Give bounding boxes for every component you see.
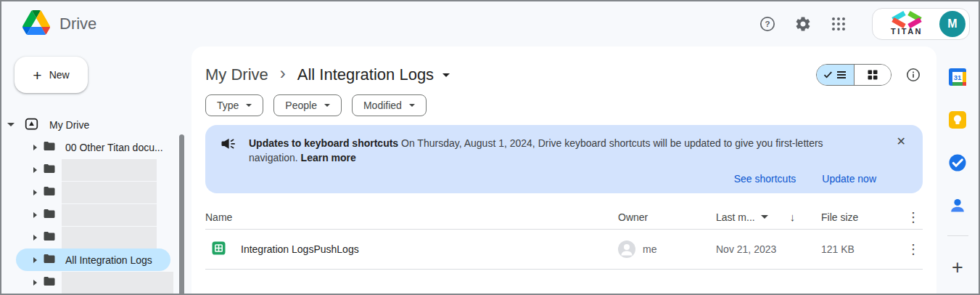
filter-modified[interactable]: Modified: [352, 94, 427, 116]
keyboard-shortcuts-banner: Updates to keyboard shortcuts On Thursda…: [205, 125, 923, 193]
tree-item-folder[interactable]: [1, 226, 192, 248]
tree-item-my-drive[interactable]: My Drive: [1, 113, 192, 136]
filter-people-label: People: [285, 100, 317, 111]
titan-brand-logo: TITAN: [883, 9, 931, 39]
row-options-kebab-icon[interactable]: ⋮: [904, 243, 923, 256]
body: + New My Drive 00 Other Titan docu...: [1, 47, 979, 294]
check-icon: [823, 70, 833, 79]
tree-item-folder[interactable]: [1, 271, 192, 294]
owner-cell: me: [618, 241, 716, 258]
grid-icon: [868, 70, 878, 80]
column-header-size[interactable]: File size: [821, 211, 902, 223]
folder-icon: [43, 252, 56, 267]
svg-text:TITAN: TITAN: [891, 27, 923, 36]
banner-actions: See shortcuts Update now: [220, 173, 908, 185]
dropdown-caret-icon: [409, 104, 415, 107]
filter-type[interactable]: Type: [205, 94, 263, 116]
column-header-modified[interactable]: Last m... ↓: [716, 211, 821, 223]
dropdown-caret-icon: [761, 215, 768, 219]
banner-text: Updates to keyboard shortcuts On Thursda…: [249, 136, 836, 165]
calendar-icon[interactable]: 31: [947, 67, 968, 87]
sort-direction-icon[interactable]: ↓: [790, 211, 796, 223]
breadcrumb-current-label: All Integration Logs: [297, 65, 434, 84]
user-avatar[interactable]: M: [939, 11, 965, 37]
tree-item-label: 00 Other Titan docu...: [65, 142, 163, 153]
column-header-name[interactable]: Name: [205, 211, 618, 223]
table-row[interactable]: Integration LogsPushLogs me Nov 21, 2023…: [205, 230, 923, 270]
close-icon[interactable]: ✕: [895, 134, 907, 149]
folder-icon: [43, 140, 56, 155]
collapsed-caret-icon[interactable]: [33, 235, 37, 241]
table-options-kebab-icon[interactable]: ⋮: [904, 211, 923, 224]
grid-view-button[interactable]: [855, 65, 892, 85]
svg-text:?: ?: [765, 20, 770, 28]
tree-item-folder[interactable]: [1, 181, 192, 203]
collapsed-caret-icon[interactable]: [33, 280, 37, 286]
filter-chips: Type People Modified: [205, 94, 923, 116]
filter-modified-label: Modified: [363, 100, 402, 111]
account-pill[interactable]: TITAN M: [872, 8, 970, 40]
list-view-button[interactable]: [817, 65, 855, 85]
view-toggle: [816, 64, 892, 86]
folder-icon: [43, 207, 56, 222]
breadcrumb-current[interactable]: All Integration Logs: [297, 65, 450, 84]
dropdown-caret-icon: [324, 104, 330, 107]
my-drive-icon: [25, 117, 38, 133]
update-now-button[interactable]: Update now: [822, 173, 876, 185]
column-header-modified-label: Last m...: [716, 211, 755, 223]
redacted-label: [62, 272, 173, 294]
file-name-cell: Integration LogsPushLogs: [205, 241, 618, 257]
google-sheet-icon: [212, 241, 226, 257]
folder-tree: My Drive 00 Other Titan docu...: [1, 113, 192, 294]
collapsed-caret-icon[interactable]: [33, 212, 37, 218]
breadcrumb: My Drive › All Integration Logs: [205, 64, 923, 86]
help-icon[interactable]: ?: [758, 15, 777, 33]
tree-item-folder[interactable]: [1, 203, 192, 226]
redacted-label: [62, 159, 157, 181]
tree-item-label: All Integration Logs: [65, 254, 152, 266]
settings-gear-icon[interactable]: [794, 15, 812, 33]
new-button-label: New: [49, 69, 70, 81]
redacted-label: [62, 227, 157, 248]
learn-more-link[interactable]: Learn more: [301, 152, 356, 163]
folder-icon: [43, 230, 56, 245]
filter-type-label: Type: [217, 100, 239, 111]
owner-avatar-icon: [618, 241, 635, 258]
tree-item-folder[interactable]: [1, 158, 192, 181]
chevron-right-icon: ›: [280, 65, 286, 82]
new-button[interactable]: + New: [15, 57, 88, 93]
svg-text:31: 31: [954, 73, 962, 81]
breadcrumb-parent[interactable]: My Drive: [205, 65, 268, 84]
drive-logo-icon: [22, 10, 50, 38]
banner-title: Updates to keyboard shortcuts: [249, 137, 398, 149]
file-name: Integration LogsPushLogs: [241, 243, 359, 255]
collapsed-caret-icon[interactable]: [33, 145, 37, 150]
sidebar-scrollbar[interactable]: [179, 134, 184, 294]
expand-caret-icon[interactable]: [7, 123, 15, 126]
main-content: My Drive › All Integration Logs: [192, 47, 936, 294]
side-panel-rail: 31: [936, 47, 979, 294]
column-header-owner[interactable]: Owner: [618, 211, 716, 223]
info-icon[interactable]: [904, 65, 923, 84]
keep-icon[interactable]: [947, 110, 968, 130]
apps-grid-icon[interactable]: [829, 15, 848, 33]
contacts-icon[interactable]: [947, 195, 968, 216]
folder-icon: [43, 275, 56, 290]
collapsed-caret-icon[interactable]: [33, 190, 37, 195]
list-icon: [836, 70, 847, 79]
drive-brand: Drive: [22, 10, 96, 38]
tree-item-all-integration-logs[interactable]: All Integration Logs: [16, 248, 170, 271]
collapsed-caret-icon[interactable]: [33, 167, 37, 173]
size-cell: 121 KB: [821, 243, 902, 255]
tasks-icon[interactable]: [947, 153, 968, 173]
see-shortcuts-button[interactable]: See shortcuts: [734, 173, 796, 185]
folder-icon: [43, 162, 56, 177]
collapsed-caret-icon[interactable]: [33, 257, 37, 263]
tree-item-folder[interactable]: 00 Other Titan docu...: [1, 136, 192, 158]
add-panel-icon[interactable]: +: [952, 258, 963, 278]
redacted-label: [62, 204, 157, 226]
rail-divider: [947, 235, 968, 236]
top-bar: Drive ?: [1, 1, 979, 47]
filter-people[interactable]: People: [273, 94, 342, 116]
redacted-label: [62, 182, 157, 203]
